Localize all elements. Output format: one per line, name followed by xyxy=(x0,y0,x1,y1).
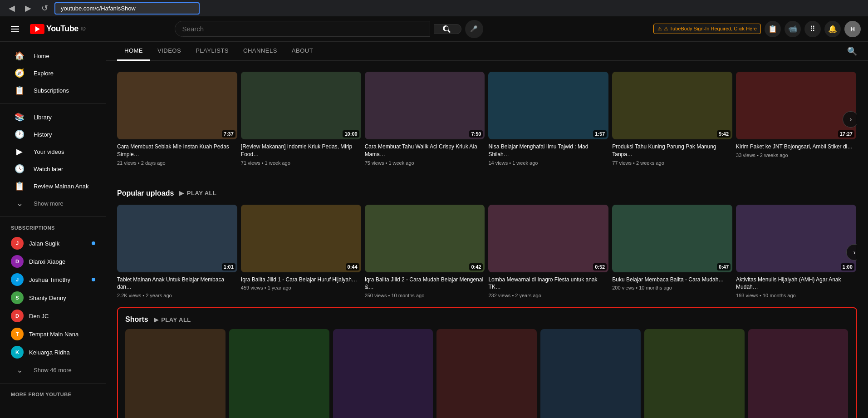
sub-item-tempat-main[interactable]: T Tempat Main Nana xyxy=(4,325,103,343)
upload-button[interactable]: 📹 xyxy=(785,21,801,37)
video-duration: 0:44 xyxy=(346,263,359,270)
sidebar-divider-1 xyxy=(0,103,106,104)
sidebar-item-your-videos[interactable]: ▶ Your videos xyxy=(4,143,103,160)
notifications-button[interactable]: 🔔 xyxy=(824,21,841,37)
mic-button[interactable]: 🎤 xyxy=(465,20,483,38)
short-card-1[interactable]: 0:26 #Shorts | Kucing Lucu Ngumpet Di Al… xyxy=(229,329,329,418)
tb-icon-btn[interactable]: 📋 xyxy=(765,21,781,37)
recent-video-card-0[interactable]: 7:37 Cara Membuat Seblak Mie Instan Kuah… xyxy=(117,72,237,167)
short-card-3[interactable]: 0:27 #Shorts Bakso Rujak atau Bakso Keri… xyxy=(436,329,537,418)
topbar-left: YouTubeID xyxy=(7,22,86,36)
show-46-more-button[interactable]: ⌄ Show 46 more xyxy=(4,361,103,379)
video-duration: 0:42 xyxy=(469,263,483,270)
tab-about[interactable]: ABOUT xyxy=(284,42,320,61)
sub-label-shanty: Shanty Denny xyxy=(29,295,95,301)
sub-item-jalan-sugik[interactable]: J Jalan Sugik xyxy=(4,234,103,252)
search-button[interactable] xyxy=(434,24,461,34)
sub-item-joshua[interactable]: J Joshua Timothy xyxy=(4,270,103,289)
tab-channels[interactable]: CHANNELS xyxy=(236,42,284,61)
popular-video-card-4[interactable]: 0:47 Buku Belajar Membaca Balita - Cara … xyxy=(612,205,732,300)
video-info: Tablet Mainan Anak Untuk Belajar Membaca… xyxy=(117,272,237,300)
chevron-down-icon-2: ⌄ xyxy=(15,365,25,375)
video-duration: 9:42 xyxy=(717,130,731,138)
user-avatar[interactable]: H xyxy=(844,21,861,37)
video-thumb: 17:27 xyxy=(736,72,856,139)
sidebar-item-explore[interactable]: 🧭 Explore xyxy=(4,64,103,82)
sub-item-keluarga-ridha[interactable]: K Keluarga Ridha xyxy=(4,343,103,361)
refresh-button[interactable]: ↺ xyxy=(38,2,51,15)
subscriptions-label: Subscriptions xyxy=(34,87,69,94)
popular-video-card-1[interactable]: 0:44 Iqra Balita Jilid 1 - Cara Belajar … xyxy=(241,205,361,300)
short-thumb: 0:32 xyxy=(540,329,641,418)
sub-label-keluarga-ridha: Keluarga Ridha xyxy=(29,349,95,356)
popular-video-card-0[interactable]: 1:01 Tablet Mainan Anak Untuk Belajar Me… xyxy=(117,205,237,300)
video-meta: 193 views • 10 months ago xyxy=(736,293,856,298)
sidebar-item-subscriptions[interactable]: 📋 Subscriptions xyxy=(4,82,103,99)
video-thumb: 0:44 xyxy=(241,205,361,272)
sub-item-den-jc[interactable]: D Den JC xyxy=(4,307,103,325)
popular-play-all-btn[interactable]: ▶ PLAY ALL xyxy=(179,190,216,197)
popular-video-card-5[interactable]: 1:00 Aktivitas Menulis Hijaiyah (AMH) Ag… xyxy=(736,205,856,300)
video-thumb: 7:37 xyxy=(117,72,237,139)
show-more-label: Show more xyxy=(34,200,64,207)
video-duration: 1:57 xyxy=(593,130,607,138)
video-meta: 2.2K views • 2 years ago xyxy=(117,293,237,298)
sidebar-item-home[interactable]: 🏠 Home xyxy=(4,47,103,64)
video-title: [Review Makanan] Indomie Kriuk Pedas, Mi… xyxy=(241,143,361,158)
recent-row-next-btn[interactable]: › xyxy=(843,111,857,128)
youtube-logo[interactable]: YouTubeID xyxy=(30,24,86,34)
recent-video-card-5[interactable]: 17:27 Kirim Paket ke JNT Bojongsari, Amb… xyxy=(736,72,856,167)
recent-video-card-4[interactable]: 9:42 Produksi Tahu Kuning Parung Pak Man… xyxy=(612,72,732,167)
video-thumb: 0:47 xyxy=(612,205,732,272)
back-button[interactable]: ◀ xyxy=(5,2,18,15)
url-field[interactable]: youtube.com/c/HafanisShow xyxy=(54,2,200,15)
video-title: Iqra Balita Jilid 2 - Cara Mudah Belajar… xyxy=(365,276,485,291)
sub-avatar-tempat-main: T xyxy=(11,328,24,340)
tubebuddy-text: ⚠ TubeBody Sign-In Required, Click Here xyxy=(664,26,757,32)
forward-button[interactable]: ▶ xyxy=(22,2,34,15)
apps-button[interactable]: ⠿ xyxy=(804,21,821,37)
sub-avatar-dianxi: D xyxy=(11,255,24,268)
short-card-6[interactable]: 0:20 #Shorts Extra Hafanis Show xyxy=(748,329,848,418)
popular-video-card-2[interactable]: 0:42 Iqra Balita Jilid 2 - Cara Mudah Be… xyxy=(365,205,485,300)
sidebar-item-review-mainan[interactable]: 📋 Review Mainan Anak xyxy=(4,177,103,195)
short-card-2[interactable]: 0:16 #Shorts Sarang Tawon Jatuh Dari Poh… xyxy=(333,329,433,418)
video-thumb: 10:00 xyxy=(241,72,361,139)
sub-item-shanty[interactable]: S Shanty Denny xyxy=(4,289,103,307)
chevron-down-icon: ⌄ xyxy=(15,198,25,208)
video-meta: 33 views • 2 weeks ago xyxy=(736,152,856,158)
recent-video-card-3[interactable]: 1:57 Nisa Belajar Menghafal Ilmu Tajwid … xyxy=(488,72,608,167)
tab-playlists[interactable]: PLAYLISTS xyxy=(188,42,236,61)
short-card-4[interactable]: 0:32 #Shorts Bakso Dadakan Dibuatnya Men… xyxy=(540,329,641,418)
sidebar-item-watch-later[interactable]: 🕓 Watch later xyxy=(4,160,103,177)
yt-logo-icon xyxy=(30,24,44,34)
tubebuddy-notice[interactable]: ⚠ ⚠ TubeBody Sign-In Required, Click Her… xyxy=(653,24,761,34)
shorts-play-icon: ▶ xyxy=(154,316,159,323)
tab-videos[interactable]: VIDEOS xyxy=(150,42,188,61)
recent-video-card-1[interactable]: 10:00 [Review Makanan] Indomie Kriuk Ped… xyxy=(241,72,361,167)
search-icon xyxy=(443,25,452,34)
sidebar-item-library[interactable]: 📚 Library xyxy=(4,108,103,126)
search-input[interactable] xyxy=(175,21,430,36)
shorts-play-all-btn[interactable]: ▶ PLAY ALL xyxy=(154,316,191,323)
sub-item-dianxi[interactable]: D Dianxi Xiaoge xyxy=(4,252,103,270)
channel-search-icon[interactable]: 🔍 xyxy=(847,46,857,56)
tab-home[interactable]: HOME xyxy=(117,42,150,61)
recent-video-card-2[interactable]: 7:50 Cara Membuat Tahu Walik Aci Crispy … xyxy=(365,72,485,167)
your-videos-label: Your videos xyxy=(34,148,64,155)
video-info: Kirim Paket ke JNT Bojongsari, Ambil Sti… xyxy=(736,139,856,160)
video-info: Iqra Balita Jilid 1 - Cara Belajar Huruf… xyxy=(241,272,361,293)
shorts-header: Shorts ▶ PLAY ALL xyxy=(125,315,849,324)
hamburger-menu[interactable] xyxy=(7,22,23,36)
watch-later-label: Watch later xyxy=(34,166,63,172)
video-meta: 14 views • 1 week ago xyxy=(488,160,608,166)
short-card-5[interactable]: 1:00 #Shorts Cara Packing Buku Yang Baik… xyxy=(644,329,745,418)
show-more-button[interactable]: ⌄ Show more xyxy=(4,195,103,212)
video-info: Cara Membuat Tahu Walik Aci Crispy Kriuk… xyxy=(365,139,485,167)
short-card-0[interactable]: 0:16 #Short Bakso Enak Gaess Hafanis Sho… xyxy=(125,329,226,418)
sidebar-item-history[interactable]: 🕐 History xyxy=(4,126,103,143)
video-thumb: 1:01 xyxy=(117,205,237,272)
home-label: Home xyxy=(34,53,49,59)
popular-video-card-3[interactable]: 0:52 Lomba Mewarnai di Inagro Fiesta unt… xyxy=(488,205,608,300)
video-thumb: 0:42 xyxy=(365,205,485,272)
